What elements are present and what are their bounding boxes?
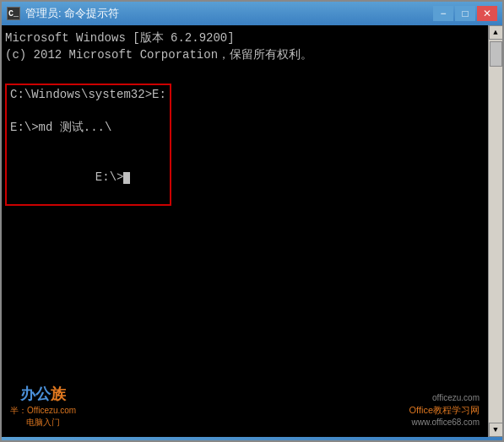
watermark-left: 办公族 半：Officezu.com 电脑入门 xyxy=(10,384,76,429)
scrollbar[interactable]: ▲ ▼ xyxy=(488,25,502,437)
console-area: Microsoft Windows [版本 6.2.9200] (c) 2012… xyxy=(2,25,502,437)
watermark-right-www: www.office68.com xyxy=(412,417,480,429)
title-bar-left: C_ 管理员: 命令提示符 xyxy=(7,6,119,21)
close-button[interactable]: ✕ xyxy=(477,6,497,21)
console-content: Microsoft Windows [版本 6.2.9200] (c) 2012… xyxy=(2,25,488,437)
maximize-button[interactable]: □ xyxy=(455,6,475,21)
highlighted-inner: C:\Windows\system32>E: E:\>md 测试...\ E:\… xyxy=(10,87,166,202)
console-line-3 xyxy=(5,63,485,80)
scrollbar-track[interactable] xyxy=(489,40,503,423)
console-line-2: (c) 2012 Microsoft Corporation，保留所有权利。 xyxy=(5,47,485,64)
watermark-subtitle: 半：Officezu.com xyxy=(10,405,76,417)
watermark-subtitle2: 电脑入门 xyxy=(26,417,60,429)
cmd-window: C_ 管理员: 命令提示符 − □ ✕ Microsoft Windows [版… xyxy=(0,0,504,442)
watermark-right-url: officezu.com xyxy=(432,392,480,404)
console-line-4: C:\Windows\system32>E: xyxy=(10,87,166,104)
window-title: 管理员: 命令提示符 xyxy=(25,6,119,21)
title-bar: C_ 管理员: 命令提示符 − □ ✕ xyxy=(2,2,502,25)
title-bar-controls: − □ ✕ xyxy=(433,6,497,21)
console-line-6: E:\>md 测试...\ xyxy=(10,120,166,137)
watermark-area: 办公族 半：Officezu.com 电脑入门 officezu.com Off… xyxy=(2,384,488,429)
watermark-title-part2: 族 xyxy=(51,385,66,402)
watermark-title-part1: 办公 xyxy=(20,385,51,402)
console-line-7 xyxy=(10,137,166,154)
bottom-border xyxy=(2,437,502,440)
watermark-right-name: Office教程学习网 xyxy=(409,404,480,417)
watermark-right: officezu.com Office教程学习网 www.office68.co… xyxy=(409,392,480,429)
cursor xyxy=(123,172,130,184)
scroll-up-button[interactable]: ▲ xyxy=(489,25,503,40)
console-line-8: E:\> xyxy=(10,153,166,202)
console-line-1: Microsoft Windows [版本 6.2.9200] xyxy=(5,30,485,47)
scrollbar-thumb[interactable] xyxy=(490,41,502,67)
minimize-button[interactable]: − xyxy=(433,6,453,21)
scroll-down-button[interactable]: ▼ xyxy=(489,423,503,437)
console-line-5 xyxy=(10,103,166,120)
watermark-title: 办公族 xyxy=(20,384,66,405)
window-icon: C_ xyxy=(7,7,20,20)
highlighted-commands: C:\Windows\system32>E: E:\>md 测试...\ E:\… xyxy=(5,84,171,206)
